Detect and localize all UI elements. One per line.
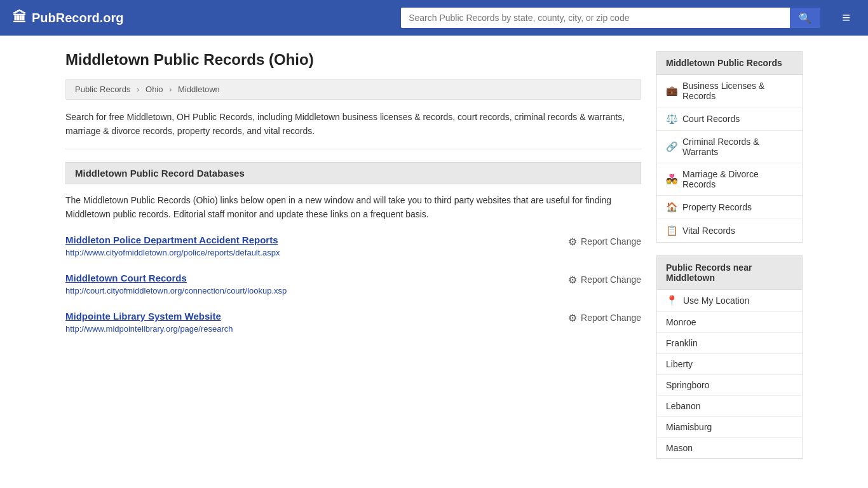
report-change-button-0[interactable]: ⚙ Report Change [568,234,641,248]
sidebar-link-lebanon[interactable]: Lebanon [657,396,802,416]
sidebar-link-liberty[interactable]: Liberty [657,354,802,374]
logo-text: PubRecord.org [32,11,123,25]
sidebar-nearby-miamisburg: Miamisburg [657,417,802,438]
sidebar-nearby-use-location: 📍 Use My Location [657,290,802,312]
sidebar-label-lebanon: Lebanon [666,401,701,411]
sidebar-nearby-list: 📍 Use My Location Monroe Franklin [656,290,803,459]
page-description: Search for free Middletown, OH Public Re… [65,110,641,149]
sidebar-nearby-liberty: Liberty [657,354,802,375]
sidebar-label-marriage-records: Marriage & Divorce Records [682,169,793,189]
report-icon-0: ⚙ [568,236,577,248]
sidebar-label-vital-records: Vital Records [682,226,735,236]
search-icon: 🔍 [799,13,811,24]
sidebar-nearby-section: Public Records near Middletown 📍 Use My … [656,255,803,459]
sidebar-link-criminal-records[interactable]: 🔗 Criminal Records & Warrants [657,131,802,163]
sidebar-header: Middletown Public Records [656,51,803,75]
sidebar-label-miamisburg: Miamisburg [666,422,712,432]
sidebar-label-property-records: Property Records [682,202,752,212]
search-bar: 🔍 [401,8,820,28]
record-info-2: Midpointe Library System Website http://… [65,311,558,334]
breadcrumb-sep-2: › [169,85,172,94]
sidebar-categories-section: Middletown Public Records 💼 Business Lic… [656,51,803,243]
breadcrumb-ohio[interactable]: Ohio [146,85,163,94]
sidebar-label-criminal-records: Criminal Records & Warrants [682,137,793,157]
report-change-label-0: Report Change [581,236,641,247]
record-entry-2: Midpointe Library System Website http://… [65,311,641,334]
main-content: Middletown Public Records (Ohio) Public … [65,51,641,471]
sidebar-label-springboro: Springboro [666,380,710,390]
sidebar-link-use-location[interactable]: 📍 Use My Location [657,290,802,311]
report-change-label-1: Report Change [581,274,641,285]
record-title-1[interactable]: Middletown Court Records [65,273,187,283]
sidebar-label-court-records: Court Records [682,114,740,124]
sidebar-nearby-franklin: Franklin [657,333,802,354]
sidebar-nearby-monroe: Monroe [657,312,802,333]
sidebar-link-court-records[interactable]: ⚖️ Court Records [657,107,802,130]
sidebar-nearby-mason: Mason [657,438,802,458]
report-icon-2: ⚙ [568,312,577,324]
sidebar: Middletown Public Records 💼 Business Lic… [656,51,803,471]
record-entry-1: Middletown Court Records http://court.ci… [65,273,641,295]
record-info-0: Middleton Police Department Accident Rep… [65,234,558,257]
sidebar-item-business-licenses: 💼 Business Licenses & Records [657,75,802,107]
report-change-button-1[interactable]: ⚙ Report Change [568,273,641,286]
databases-section-description: The Middletown Public Records (Ohio) lin… [65,193,641,222]
search-input[interactable] [401,8,790,28]
breadcrumb: Public Records › Ohio › Middletown [65,79,641,100]
record-url-1[interactable]: http://court.cityofmiddletown.org/connec… [65,286,558,295]
link-icon: 🔗 [666,141,677,152]
briefcase-icon: 💼 [666,85,677,97]
sidebar-nearby-springboro: Springboro [657,375,802,396]
house-icon: 🏠 [666,201,677,213]
hamburger-icon: ≡ [842,10,850,25]
sidebar-link-monroe[interactable]: Monroe [657,312,802,332]
couple-icon: 💑 [666,173,677,185]
sidebar-link-franklin[interactable]: Franklin [657,333,802,353]
record-entry-0: Middleton Police Department Accident Rep… [65,234,641,257]
site-logo[interactable]: 🏛 PubRecord.org [13,10,123,26]
sidebar-label-liberty: Liberty [666,359,693,369]
scales-icon: ⚖️ [666,113,677,125]
logo-icon: 🏛 [13,10,27,26]
report-change-label-2: Report Change [581,313,641,323]
hamburger-menu-button[interactable]: ≡ [837,7,855,29]
record-title-0[interactable]: Middleton Police Department Accident Rep… [65,234,278,245]
breadcrumb-middletown[interactable]: Middletown [178,85,220,94]
sidebar-link-mason[interactable]: Mason [657,438,802,458]
sidebar-label-use-location: Use My Location [683,295,749,306]
sidebar-label-monroe: Monroe [666,317,696,327]
pin-icon: 📍 [666,295,678,306]
clipboard-icon: 📋 [666,225,677,236]
record-url-0[interactable]: http://www.cityofmiddletown.org/police/r… [65,248,558,257]
sidebar-link-marriage-records[interactable]: 💑 Marriage & Divorce Records [657,163,802,195]
sidebar-nearby-header: Public Records near Middletown [656,255,803,290]
breadcrumb-public-records[interactable]: Public Records [75,85,130,94]
sidebar-item-property-records: 🏠 Property Records [657,196,802,219]
sidebar-link-vital-records[interactable]: 📋 Vital Records [657,219,802,242]
report-icon-1: ⚙ [568,274,577,286]
sidebar-item-criminal-records: 🔗 Criminal Records & Warrants [657,131,802,163]
page-title: Middletown Public Records (Ohio) [65,51,641,69]
sidebar-label-franklin: Franklin [666,338,698,348]
sidebar-categories-list: 💼 Business Licenses & Records ⚖️ Court R… [656,75,803,243]
databases-section-header: Middletown Public Record Databases [65,162,641,184]
record-title-2[interactable]: Midpointe Library System Website [65,311,221,322]
sidebar-item-marriage-records: 💑 Marriage & Divorce Records [657,163,802,196]
sidebar-link-springboro[interactable]: Springboro [657,375,802,395]
record-info-1: Middletown Court Records http://court.ci… [65,273,558,295]
sidebar-link-miamisburg[interactable]: Miamisburg [657,417,802,437]
record-url-2[interactable]: http://www.midpointelibrary.org/page/res… [65,324,558,334]
sidebar-link-business-licenses[interactable]: 💼 Business Licenses & Records [657,75,802,107]
report-change-button-2[interactable]: ⚙ Report Change [568,311,641,324]
sidebar-link-property-records[interactable]: 🏠 Property Records [657,196,802,219]
sidebar-label-mason: Mason [666,443,693,453]
sidebar-label-business-licenses: Business Licenses & Records [682,81,793,101]
search-button[interactable]: 🔍 [790,8,820,28]
breadcrumb-sep-1: › [137,85,139,94]
sidebar-item-vital-records: 📋 Vital Records [657,219,802,242]
sidebar-nearby-lebanon: Lebanon [657,396,802,417]
sidebar-item-court-records: ⚖️ Court Records [657,107,802,131]
